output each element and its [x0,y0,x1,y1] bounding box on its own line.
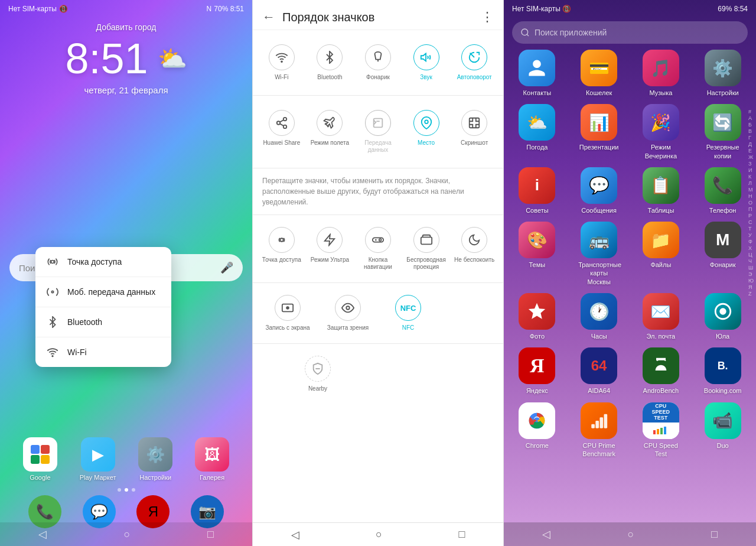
qs-nfc[interactable]: NFC NFC [378,290,438,336]
dock-settings[interactable]: ⚙️ Настройки [138,437,172,481]
app-music[interactable]: 🎵 Музыка [633,50,690,97]
back-nav-p1[interactable]: ◁ [38,528,47,541]
dock-play[interactable]: ▶ Play Маркет [80,437,116,481]
app-settings2[interactable]: ⚙️ Настройки [694,50,751,97]
google-icon[interactable] [23,437,57,472]
app-wallet[interactable]: 💳 Кошелек [571,50,628,97]
app-themes[interactable]: 🎨 Темы [509,222,566,286]
recents-nav-p2[interactable]: □ [458,528,465,541]
home-nav-p3[interactable]: ○ [628,528,634,541]
recents-nav-p1[interactable]: □ [207,528,214,541]
alpha-p[interactable]: П [746,206,756,212]
app-messages[interactable]: 💬 Сообщения [571,167,628,214]
qs-eye-protect[interactable]: Защита зрения [318,290,378,336]
menu-item-mobile-data[interactable]: Моб. передача данных [35,277,171,307]
app-search-bar[interactable]: Поиск приложений [512,21,748,44]
app-phone[interactable]: 📞 Телефон [694,167,751,214]
alpha-a[interactable]: А [746,115,756,121]
recents-nav-p3[interactable]: □ [711,528,718,541]
qs-data-transfer[interactable]: Передача данных [354,105,402,158]
menu-item-wifi[interactable]: Wi-Fi [35,337,171,367]
alpha-s[interactable]: С [746,219,756,225]
dock-gallery[interactable]: 🖼 Галерея [195,437,229,481]
alpha-m[interactable]: М [746,187,756,193]
alpha-e[interactable]: Е [746,148,756,154]
qs-nav-key[interactable]: Кнопка навигации [354,222,402,275]
menu-item-bluetooth[interactable]: Bluetooth [35,307,171,337]
app-photos[interactable]: Фото [509,293,566,340]
qs-ultra[interactable]: Режим Ультра [306,222,354,275]
app-email[interactable]: ✉️ Эл. почта [633,293,690,340]
qs-screen-record[interactable]: Запись с экрана [258,290,318,336]
alpha-b[interactable]: Б [746,122,756,128]
app-transport[interactable]: 🚌 Транспортные карты Москвы [571,222,628,286]
qs-hotspot2[interactable]: Точка доступа [258,222,306,275]
dock-google[interactable]: Google [23,437,57,481]
app-tips[interactable]: i Советы [509,167,566,214]
app-sheets[interactable]: 📋 Таблицы [633,167,690,214]
alpha-v[interactable]: В [746,128,756,134]
qs-wireless-proj[interactable]: Беспроводная проекция [402,222,451,275]
alpha-z-lat[interactable]: Z [746,291,756,297]
app-backup[interactable]: 🔄 Резервные копии [694,104,751,160]
alpha-u[interactable]: У [746,232,756,238]
qs-dnd[interactable]: Не беспокоить [450,222,498,275]
gallery-icon[interactable]: 🖼 [195,437,229,472]
back-button-p2[interactable]: ← [262,9,275,25]
alpha-f[interactable]: Ф [746,239,756,245]
alpha-zh[interactable]: Ж [746,154,756,160]
alpha-o[interactable]: О [746,200,756,206]
app-present[interactable]: 📊 Презентации [571,104,628,160]
app-clock[interactable]: 🕐 Часы [571,293,628,340]
alpha-k[interactable]: К [746,174,756,180]
qs-screenshot[interactable]: Скриншот [450,105,498,158]
app-contacts[interactable]: Контакты [509,50,566,97]
more-button-p2[interactable]: ⋮ [481,9,494,25]
qs-wifi[interactable]: Wi-Fi [258,40,306,86]
app-aida64[interactable]: 64 AIDA64 [571,347,628,395]
app-androbench[interactable]: AndroBench [633,347,690,395]
app-chrome2[interactable]: Chrome [509,402,566,459]
home-nav-p2[interactable]: ○ [376,528,382,541]
app-cpuspeed[interactable]: CPUSPEEDTEST CPU Speed Test [633,402,690,459]
menu-item-hotspot[interactable]: Точка доступа [35,247,171,277]
add-city-label[interactable]: Добавить город [96,22,157,32]
qs-location[interactable]: Место [402,105,451,158]
alpha-sh[interactable]: Ш [746,265,756,271]
app-files[interactable]: 📁 Файлы [633,222,690,286]
alpha-g[interactable]: Г [746,135,756,141]
app-yula[interactable]: Юла [694,293,751,340]
alpha-i[interactable]: И [746,167,756,173]
app-yandex2[interactable]: Я Яндекс [509,347,566,395]
mic-button[interactable]: 🎤 [220,261,233,274]
settings-icon[interactable]: ⚙️ [138,437,172,472]
qs-sound[interactable]: Звук [402,40,451,86]
app-duo[interactable]: 📹 Duo [694,402,751,459]
qs-autorotate[interactable]: Автоповорот [450,40,498,86]
home-nav-p1[interactable]: ○ [124,528,131,541]
back-nav-p2[interactable]: ◁ [291,528,299,541]
alpha-r[interactable]: Р [746,213,756,219]
app-cpuprime[interactable]: CPU Prime Benchmark [571,402,628,459]
play-icon[interactable]: ▶ [81,437,115,472]
qs-huawei-share[interactable]: Huawei Share [258,105,306,158]
app-partymode[interactable]: 🎉 Режим Вечеринка [633,104,690,160]
alpha-z[interactable]: З [746,161,756,167]
alpha-kh[interactable]: Х [746,245,756,251]
alpha-l[interactable]: Л [746,180,756,186]
app-booking[interactable]: B. Booking.com [694,347,751,395]
alpha-t[interactable]: Т [746,226,756,232]
alpha-ya[interactable]: Я [746,284,756,290]
qs-nearby[interactable]: Nearby [258,351,378,397]
app-weather[interactable]: ⛅ Погода [509,104,566,160]
alpha-ts[interactable]: Ц [746,252,756,258]
qs-flashlight[interactable]: Фонарик [354,40,402,86]
alpha-eh[interactable]: Э [746,271,756,277]
alpha-ch[interactable]: Ч [746,258,756,264]
qs-bluetooth[interactable]: Bluetooth [306,40,354,86]
back-nav-p3[interactable]: ◁ [542,528,550,541]
alpha-d[interactable]: Д [746,141,756,147]
alpha-yu[interactable]: Ю [746,278,756,284]
qs-airplane[interactable]: Режим полета [306,105,354,158]
app-flashlight2[interactable]: M Фонарик [694,222,751,286]
